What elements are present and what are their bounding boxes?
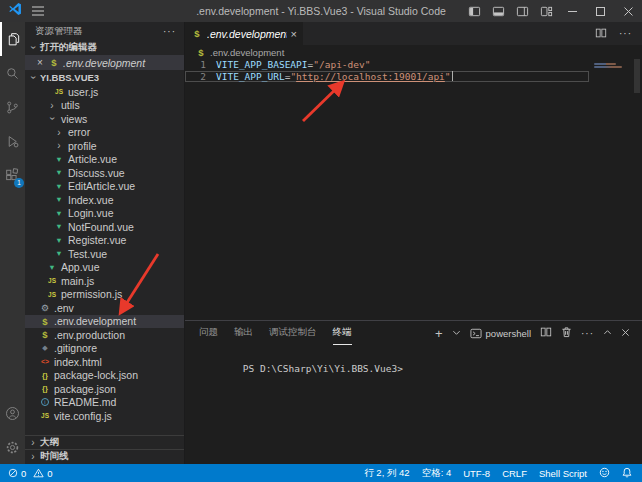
- tree-item-label: vite.config.js: [54, 410, 112, 422]
- tree-item-package-lock.json[interactable]: {}package-lock.json: [25, 369, 184, 383]
- breadcrumb[interactable]: $ .env.development: [185, 45, 642, 59]
- tree-item-error[interactable]: ›error: [25, 126, 184, 140]
- tree-item-Index.vue[interactable]: ▼Index.vue: [25, 193, 184, 207]
- minimize-button[interactable]: [558, 0, 586, 22]
- feedback-smiley-icon[interactable]: [599, 467, 610, 480]
- code-editor[interactable]: 1VITE_APP_BASEAPI="/api-dev"2VITE_APP_UR…: [185, 59, 642, 320]
- split-editor-icon[interactable]: [595, 25, 607, 43]
- tree-item-views[interactable]: ›views: [25, 112, 184, 126]
- close-tab-icon[interactable]: ×: [291, 28, 297, 40]
- outline-section-header[interactable]: › 大纲: [25, 436, 184, 450]
- panel-tab-debug-console[interactable]: 调试控制台: [269, 321, 317, 345]
- indentation-status[interactable]: 空格: 4: [422, 467, 452, 480]
- js-icon: JS: [39, 412, 51, 419]
- tab-env-development[interactable]: $ .env.development ×: [185, 22, 303, 45]
- tree-item-vite.config.js[interactable]: JSvite.config.js: [25, 409, 184, 423]
- tree-item-label: profile: [68, 140, 97, 152]
- run-debug-icon[interactable]: [0, 124, 25, 158]
- chevron-right-icon: ›: [28, 437, 38, 448]
- toggle-sidebar-icon[interactable]: [462, 0, 486, 22]
- eol-status[interactable]: CRLF: [502, 468, 527, 479]
- js-icon: JS: [46, 277, 58, 284]
- tree-item-main.js[interactable]: JSmain.js: [25, 274, 184, 288]
- encoding-status[interactable]: UTF-8: [463, 468, 490, 479]
- maximize-button[interactable]: [586, 0, 614, 22]
- panel-tab-problems[interactable]: 问题: [199, 321, 218, 345]
- tree-item-profile[interactable]: ›profile: [25, 139, 184, 153]
- tree-item-permission.js[interactable]: JSpermission.js: [25, 288, 184, 302]
- dollar-icon: $: [39, 316, 51, 327]
- tree-item-Register.vue[interactable]: ▼Register.vue: [25, 234, 184, 248]
- toggle-secondary-sidebar-icon[interactable]: [510, 0, 534, 22]
- kill-terminal-icon[interactable]: [561, 326, 572, 340]
- timeline-section-header[interactable]: › 时间线: [25, 450, 184, 463]
- powershell-icon: [470, 328, 482, 339]
- tree-item-label: App.vue: [61, 261, 100, 273]
- tree-item-user.js[interactable]: JSuser.js: [25, 85, 184, 99]
- menu-icon[interactable]: [32, 2, 44, 20]
- code-token: ": [445, 71, 451, 82]
- terminal-instance-selector[interactable]: powershell: [470, 328, 531, 339]
- open-editor-item[interactable]: × $ .env.development: [25, 55, 184, 70]
- toggle-panel-icon[interactable]: [486, 0, 510, 22]
- tree-item-.env[interactable]: ⚙.env: [25, 301, 184, 315]
- tree-item-.env.development[interactable]: $.env.development: [25, 315, 184, 329]
- sidebar-explorer: 资源管理器 ··· › 打开的编辑器 × $ .env.development …: [25, 22, 185, 464]
- tree-item-Test.vue[interactable]: ▼Test.vue: [25, 247, 184, 261]
- account-icon[interactable]: [0, 396, 25, 430]
- open-editors-header[interactable]: › 打开的编辑器: [25, 40, 184, 55]
- extensions-icon[interactable]: 1: [0, 158, 25, 192]
- views-more-actions-icon[interactable]: ···: [163, 26, 176, 37]
- tree-item-NotFound.vue[interactable]: ▼NotFound.vue: [25, 220, 184, 234]
- panel-tab-output[interactable]: 输出: [234, 321, 253, 345]
- minimap[interactable]: [594, 63, 626, 69]
- tree-item-.env.production[interactable]: $.env.production: [25, 328, 184, 342]
- tree-item-utils[interactable]: ›utils: [25, 99, 184, 113]
- panel-more-actions-icon[interactable]: ···: [581, 328, 594, 339]
- new-terminal-icon[interactable]: +: [435, 326, 443, 341]
- terminal-dropdown-icon[interactable]: [452, 328, 461, 339]
- folder-expanded-icon: ›: [47, 113, 58, 125]
- tree-item-label: .gitignore: [54, 342, 97, 354]
- panel-tab-terminal[interactable]: 终端: [333, 321, 352, 345]
- tree-item-App.vue[interactable]: ▼App.vue: [25, 261, 184, 275]
- tree-item-Discuss.vue[interactable]: ▼Discuss.vue: [25, 166, 184, 180]
- tree-item-label: .env: [54, 302, 74, 314]
- tree-item-Login.vue[interactable]: ▼Login.vue: [25, 207, 184, 221]
- explorer-icon[interactable]: [0, 22, 25, 56]
- text-cursor: [452, 71, 453, 81]
- code-line-2[interactable]: 2VITE_APP_URL="http://localhost:19001/ap…: [185, 71, 589, 83]
- editor-scrollbar[interactable]: [634, 59, 640, 93]
- tree-item-package.json[interactable]: {}package.json: [25, 382, 184, 396]
- maximize-panel-icon[interactable]: [603, 328, 612, 339]
- tree-item-label: utils: [61, 99, 80, 111]
- tree-item-Article.vue[interactable]: ▼Article.vue: [25, 153, 184, 167]
- close-panel-icon[interactable]: [621, 328, 630, 339]
- extensions-badge: 1: [14, 178, 24, 188]
- cursor-position-status[interactable]: 行 2, 列 42: [364, 467, 409, 480]
- terminal-output[interactable]: PS D:\CSharp\Yi\Yi.BBS.Vue3>: [185, 345, 642, 464]
- search-icon[interactable]: [0, 56, 25, 90]
- close-icon[interactable]: ×: [35, 57, 45, 68]
- dotenv-icon: $: [195, 47, 207, 58]
- tree-item-README.md[interactable]: iREADME.md: [25, 396, 184, 410]
- tree-item-EditArticle.vue[interactable]: ▼EditArticle.vue: [25, 180, 184, 194]
- project-root-header[interactable]: › YI.BBS.VUE3: [25, 70, 184, 85]
- source-control-icon[interactable]: [0, 90, 25, 124]
- code-lines: 1VITE_APP_BASEAPI="/api-dev"2VITE_APP_UR…: [185, 59, 642, 82]
- tree-item-.gitignore[interactable]: ◆.gitignore: [25, 342, 184, 356]
- tree-item-label: Test.vue: [68, 248, 107, 260]
- tree-item-index.html[interactable]: <>index.html: [25, 355, 184, 369]
- split-terminal-icon[interactable]: [540, 326, 552, 340]
- editor-more-actions-icon[interactable]: ···: [619, 28, 632, 39]
- settings-gear-icon[interactable]: [0, 430, 25, 464]
- customize-layout-icon[interactable]: [534, 0, 558, 22]
- panel-tab-bar: 问题输出调试控制台终端 + powershell ···: [185, 321, 642, 345]
- notifications-bell-icon[interactable]: [622, 467, 632, 480]
- problems-status[interactable]: 0 0: [8, 468, 53, 479]
- language-mode-status[interactable]: Shell Script: [539, 468, 587, 479]
- code-line-1[interactable]: 1VITE_APP_BASEAPI="/api-dev": [185, 59, 589, 71]
- folder-collapsed-icon: ›: [53, 140, 65, 151]
- close-window-button[interactable]: [614, 0, 642, 22]
- breadcrumb-filename: .env.development: [210, 47, 284, 58]
